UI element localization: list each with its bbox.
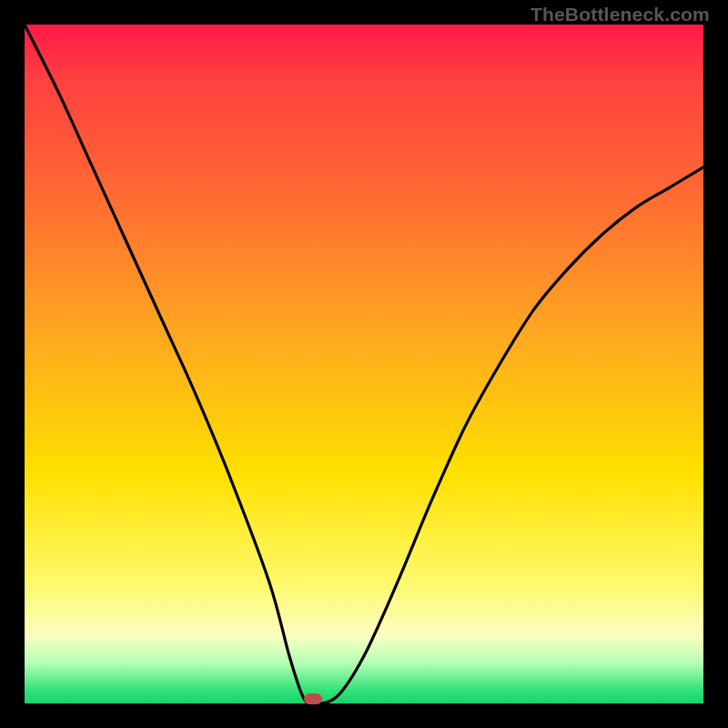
- plot-area: [25, 25, 703, 703]
- chart-frame: TheBottleneck.com: [0, 0, 728, 728]
- watermark-text: TheBottleneck.com: [531, 4, 710, 25]
- optimal-marker: [304, 693, 322, 704]
- bottleneck-curve: [25, 25, 703, 703]
